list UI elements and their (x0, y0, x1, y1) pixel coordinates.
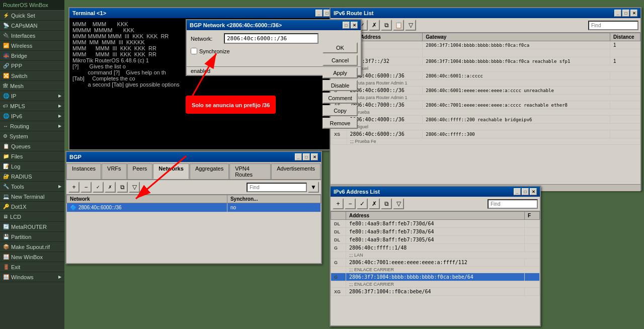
terminal-minimize-btn[interactable]: _ (315, 10, 323, 17)
sidebar-item-wireless[interactable]: 📶Wireless (0, 41, 64, 51)
route-table-row[interactable]: DAb ::/0 (331, 49, 640, 57)
bgp-maximize-btn[interactable]: □ (303, 153, 310, 160)
sidebar-item-partition[interactable]: 💾Partition (0, 232, 64, 242)
route-table-row[interactable]: AS 2806:40c:7000::/36 2806:40c:7001:eeee… (331, 101, 640, 109)
network-input[interactable] (224, 33, 318, 44)
sidebar-item-make-supout[interactable]: 📦Make Supout.rif (0, 242, 64, 252)
bgp-network-titlebar[interactable]: BGP Network <2806:40c:6000::/36> □ ✕ (187, 20, 361, 30)
addr-table-row[interactable]: DL fe80::4aa9:8aff:feb7:730a/64 (331, 228, 540, 236)
sidebar-item-new-terminal[interactable]: 💻New Terminal (0, 192, 64, 202)
bgp-dialog-apply-btn[interactable]: Apply (323, 67, 358, 78)
route-table-row[interactable]: XS ::/0 2806:3f7:1004:bbbb:bbbb:bbbb:f0c… (331, 41, 640, 49)
bgp-minimize-btn[interactable]: _ (295, 153, 302, 160)
ipv6-addr-titlebar[interactable]: IPv6 Address List _ □ ✕ (331, 187, 540, 197)
bgp-dialog-copy-btn[interactable]: Copy (323, 105, 358, 116)
col-synchronize[interactable]: Synchron... (227, 195, 320, 203)
sidebar-item-mesh[interactable]: 🕸Mesh (0, 81, 64, 91)
bgp-search-input[interactable] (247, 183, 307, 192)
route-table-row[interactable]: S 2806:40c:6000::/36 2806:40c:6001::a:cc… (331, 72, 640, 80)
bgp-disable-btn[interactable]: ✗ (105, 182, 116, 193)
synchronize-checkbox[interactable] (191, 48, 197, 54)
sidebar-item-new-winbox[interactable]: 🪟New WinBox (0, 252, 64, 262)
sidebar-item-log[interactable]: 📝Log (0, 161, 64, 172)
sidebar-item-lcd[interactable]: 🖥LCD (0, 212, 64, 222)
bgp-dialog-ok-btn[interactable]: OK (323, 42, 358, 53)
sidebar-item-mpls[interactable]: 🏷MPLS▶ (0, 101, 64, 111)
ipv6-addr-close-btn[interactable]: ✕ (530, 188, 537, 195)
addr-filter-btn[interactable]: ▽ (393, 198, 404, 209)
bgp-dialog-comment-btn[interactable]: Comment (323, 93, 358, 104)
bgp-tab-peers[interactable]: Peers (127, 163, 153, 179)
addr-table-row[interactable]: G 2806:3f7:1004:bbbb:bbbb:bbbb:f0ca:bebe… (331, 273, 540, 281)
sidebar-item-ipv6[interactable]: 🌐IPv6▶ (0, 111, 64, 121)
addr-table-row[interactable]: G 2806:40c:7001:eeee:eeee:eeee:a:ffff/11… (331, 259, 540, 267)
addr-add-btn[interactable]: + (333, 198, 344, 209)
col-distance[interactable]: Distance (610, 33, 640, 41)
bgp-filter-btn[interactable]: ▽ (129, 182, 140, 193)
bgp-search-dropdown[interactable]: ▼ (308, 182, 319, 193)
addr-copy-btn[interactable]: ⧉ (381, 198, 392, 209)
col-gateway[interactable]: Gateway (423, 33, 610, 41)
col-addr-flags[interactable] (331, 212, 346, 220)
bgp-dialog-disable-btn[interactable]: Disable (323, 80, 358, 91)
bgp-tab-vpn4-routes[interactable]: VPN4 Routes (229, 163, 271, 179)
ipv6-addr-maximize-btn[interactable]: □ (522, 188, 529, 195)
route-disable-btn[interactable]: ✗ (369, 20, 380, 31)
sidebar-item-queues[interactable]: 📋Queues (0, 141, 64, 151)
addr-table-row[interactable]: DL fe80::4aa9:8aff:feb7:7305/64 (331, 236, 540, 244)
ipv6-route-minimize-btn[interactable]: _ (614, 10, 621, 17)
addr-enable-btn[interactable]: ✓ (357, 198, 368, 209)
sidebar-item-quick-set[interactable]: ⚡Quick Set (0, 11, 64, 21)
bgp-tab-networks[interactable]: Networks (153, 163, 189, 179)
ipv6-route-search-input[interactable] (588, 21, 638, 30)
sidebar-item-files[interactable]: 📁Files (0, 151, 64, 161)
route-table-row[interactable]: AS 2806:40c:4000::/36 2806:40c:ffff::200… (331, 116, 640, 124)
sidebar-item-interfaces[interactable]: 🔌Interfaces (0, 31, 64, 41)
route-table-row[interactable]: DAb 2806:3f7::/32 2806:3f7:1004:bbbb:bbb… (331, 57, 640, 65)
col-addr[interactable]: Address (346, 212, 525, 220)
sidebar-item-routing[interactable]: ↔Routing▶ (0, 121, 64, 131)
sidebar-item-system[interactable]: ⚙System (0, 131, 64, 141)
route-table-row[interactable]: S 2806:40c:6000::/36 2806:40c:6001:eeee:… (331, 87, 640, 95)
ipv6-addr-minimize-btn[interactable]: _ (514, 188, 521, 195)
ipv6-addr-search-input[interactable] (488, 199, 538, 209)
addr-table-row[interactable]: G 2806:40c:ffff::1/48 (331, 244, 540, 252)
bgp-tab-vrfs[interactable]: VRFs (102, 163, 127, 179)
sidebar-item-radius[interactable]: 🔐RADIUS (0, 172, 64, 182)
bgp-network-dialog-close-btn[interactable]: ✕ (351, 22, 358, 29)
bgp-table-row[interactable]: 🔷2806:40c:6000::/36 no (67, 203, 321, 212)
addr-table-row[interactable]: DL fe80::4aa9:8aff:feb7:730d/64 (331, 220, 540, 228)
col-addr-f[interactable]: F (525, 212, 540, 220)
bgp-copy-btn[interactable]: ⧉ (117, 182, 128, 193)
bgp-network-dialog-maximize-btn[interactable]: □ (343, 22, 350, 29)
bgp-dialog-remove-btn[interactable]: Remove (323, 118, 358, 129)
sidebar-item-switch[interactable]: 🔀Switch (0, 71, 64, 81)
sidebar-item-exit[interactable]: 🚪Exit (0, 262, 64, 272)
addr-remove-btn[interactable]: − (345, 198, 356, 209)
sidebar-item-ppp[interactable]: 🔗PPP (0, 61, 64, 71)
bgp-tab-instances[interactable]: Instances (66, 163, 101, 179)
route-copy-btn[interactable]: ⧉ (381, 20, 392, 31)
bgp-dialog-cancel-btn[interactable]: Cancel (323, 55, 358, 66)
route-paste-btn[interactable]: 📋 (393, 20, 404, 31)
route-filter-btn[interactable]: ▽ (405, 20, 416, 31)
bgp-tab-aggregates[interactable]: Aggregates (190, 163, 229, 179)
addr-table-row[interactable]: XG 2806:3f7:1004::f0ca:bebe/64 (331, 288, 540, 296)
bgp-enable-btn[interactable]: ✓ (93, 182, 104, 193)
sidebar-item-tools[interactable]: 🔧Tools▶ (0, 182, 64, 192)
sidebar-item-windows[interactable]: 🪟Windows▶ (0, 272, 64, 282)
ipv6-route-maximize-btn[interactable]: □ (622, 10, 629, 17)
sidebar-item-metarouter[interactable]: 🔄MetaROUTER (0, 222, 64, 232)
addr-disable-btn[interactable]: ✗ (369, 198, 380, 209)
bgp-tab-advertisements[interactable]: Advertisements (271, 163, 320, 179)
bgp-remove-btn[interactable]: − (80, 182, 92, 193)
bgp-close-btn[interactable]: ✕ (311, 153, 318, 160)
sidebar-item-ip[interactable]: 🌐IP▶ (0, 91, 64, 101)
col-network[interactable]: Network (67, 195, 227, 203)
sidebar-item-bridge[interactable]: 🌉Bridge (0, 51, 64, 61)
sidebar-item-dot1x[interactable]: 🔑Dot1X (0, 202, 64, 212)
sidebar-item-capsman[interactable]: 📡CAPsMAN (0, 21, 64, 31)
ipv6-route-titlebar[interactable]: IPv6 Route List _ □ ✕ (331, 8, 640, 18)
route-table-row[interactable]: XS 2806:40c:6000::/36 2806:40c:ffff::300 (331, 130, 640, 138)
bgp-titlebar[interactable]: BGP _ □ ✕ (66, 152, 321, 162)
